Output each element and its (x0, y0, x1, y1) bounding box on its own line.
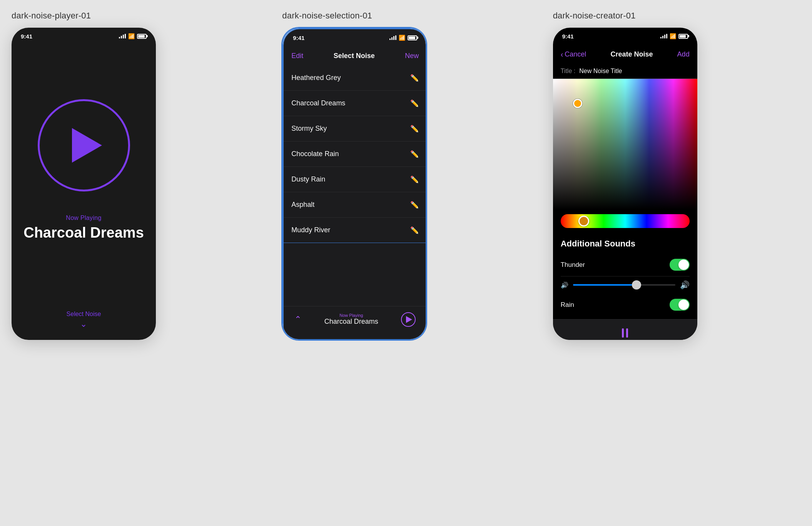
edit-icon[interactable]: ✏️ (410, 99, 419, 108)
bottom-track-title: Charcoal Dreams (324, 318, 378, 326)
bottom-play-icon (406, 316, 412, 323)
list-item[interactable]: Chocolate Rain ✏️ (284, 141, 426, 167)
additional-sounds-title: Additional Sounds (561, 239, 690, 249)
volume-thumb[interactable] (632, 280, 641, 290)
volume-low-icon: 🔊 (561, 281, 568, 289)
list-item[interactable]: Asphalt ✏️ (284, 192, 426, 218)
edit-icon[interactable]: ✏️ (410, 125, 419, 133)
color-picker[interactable] (553, 79, 697, 210)
creator-screen: 9:41 📶 ‹ Ca (553, 28, 697, 340)
player-status-time: 9:41 (21, 33, 32, 40)
battery-icon (678, 34, 688, 39)
creator-status-time: 9:41 (562, 33, 574, 40)
play-button[interactable] (38, 99, 130, 191)
black-gradient (553, 79, 697, 210)
selection-nav: Edit Select Noise New (284, 46, 426, 65)
title-row: Title : New Noise Title (553, 64, 697, 79)
player-content: Now Playing Charcoal Dreams (23, 45, 144, 311)
noise-item-name: Dusty Rain (291, 175, 325, 183)
creator-nav: ‹ Cancel Create Noise Add (553, 45, 697, 64)
cancel-button[interactable]: ‹ Cancel (561, 50, 586, 59)
new-button[interactable]: New (405, 52, 419, 60)
edit-icon[interactable]: ✏️ (410, 175, 419, 184)
battery-icon (137, 34, 147, 39)
thunder-toggle[interactable] (670, 259, 690, 271)
play-icon (72, 128, 102, 163)
add-button[interactable]: Add (677, 50, 690, 58)
player-screen: 9:41 📶 (12, 28, 156, 340)
creator-status-bar: 9:41 📶 (553, 28, 697, 45)
color-picker-handle[interactable] (573, 99, 582, 108)
hue-slider-container (553, 214, 697, 228)
edit-icon[interactable]: ✏️ (410, 150, 419, 158)
now-playing-label: Now Playing (66, 215, 101, 221)
selection-status-time: 9:41 (293, 35, 304, 41)
cancel-label: Cancel (565, 50, 586, 58)
player-status-icons: 📶 (119, 33, 147, 39)
noise-item-name: Asphalt (291, 201, 314, 209)
list-item[interactable]: Stormy Sky ✏️ (284, 116, 426, 141)
volume-slider-row: 🔊 🔊 (561, 276, 690, 293)
selection-status-bar: 9:41 📶 (284, 29, 426, 46)
list-item[interactable]: Dusty Rain ✏️ (284, 167, 426, 192)
hue-slider-thumb[interactable] (578, 216, 589, 226)
signal-icon (119, 34, 126, 38)
pause-button[interactable] (622, 328, 628, 338)
creator-status-icons: 📶 (660, 33, 688, 39)
list-item[interactable]: Heathered Grey ✏️ (284, 65, 426, 91)
player-track-title: Charcoal Dreams (23, 225, 144, 241)
battery-icon (408, 35, 417, 40)
creator-panel-label: dark-noise-creator-01 (553, 11, 636, 21)
noise-item-name: Heathered Grey (291, 74, 341, 82)
wifi-icon: 📶 (670, 33, 676, 39)
creator-panel: dark-noise-creator-01 9:41 📶 (541, 0, 812, 526)
chevron-down-icon: ⌄ (80, 320, 87, 328)
selection-phone-frame: 9:41 📶 Edit Select Noise (282, 28, 426, 340)
player-phone-frame: 9:41 📶 (12, 28, 156, 340)
creator-bottom-bar (553, 319, 697, 340)
select-noise-section[interactable]: Select Noise ⌄ (67, 311, 101, 328)
title-input[interactable]: New Noise Title (579, 68, 689, 75)
rain-toggle-row: Rain (561, 293, 690, 316)
pause-bar-left (622, 328, 624, 338)
creator-nav-title: Create Noise (610, 50, 653, 58)
selection-bottom-bar: ⌃ Now Playing Charcoal Dreams (284, 306, 426, 340)
noise-item-name: Chocolate Rain (291, 150, 339, 158)
bottom-play-button[interactable] (401, 312, 416, 327)
volume-slider[interactable] (573, 284, 675, 286)
creator-phone-frame: 9:41 📶 ‹ Ca (553, 28, 697, 340)
player-status-bar: 9:41 📶 (12, 28, 156, 45)
noise-list: Heathered Grey ✏️ Charcoal Dreams ✏️ Sto… (284, 65, 426, 306)
wifi-icon: 📶 (128, 33, 135, 39)
chevron-up-icon[interactable]: ⌃ (294, 315, 301, 325)
edit-button[interactable]: Edit (291, 52, 303, 60)
selection-panel-label: dark-noise-selection-01 (282, 11, 372, 21)
edit-icon[interactable]: ✏️ (410, 74, 419, 82)
selection-panel: dark-noise-selection-01 9:41 📶 (271, 0, 541, 526)
rain-label: Rain (561, 301, 574, 309)
selection-nav-title: Select Noise (334, 52, 375, 60)
additional-sounds-section: Additional Sounds Thunder 🔊 🔊 (553, 233, 697, 319)
noise-item-name: Muddy River (291, 226, 330, 234)
edit-icon[interactable]: ✏️ (410, 226, 419, 235)
edit-icon[interactable]: ✏️ (410, 201, 419, 209)
rain-toggle[interactable] (670, 299, 690, 311)
list-item[interactable]: Muddy River ✏️ (284, 218, 426, 243)
signal-icon (389, 35, 396, 40)
wifi-icon: 📶 (399, 35, 405, 41)
player-panel: dark-noise-player-01 9:41 📶 (0, 0, 271, 526)
volume-fill (573, 284, 637, 286)
signal-icon (660, 34, 667, 38)
noise-item-name: Stormy Sky (291, 125, 327, 133)
player-panel-label: dark-noise-player-01 (12, 11, 91, 21)
bottom-now-playing: Now Playing Charcoal Dreams (324, 313, 378, 326)
select-noise-label: Select Noise (67, 311, 101, 318)
selection-status-icons: 📶 (389, 35, 417, 41)
list-item[interactable]: Charcoal Dreams ✏️ (284, 91, 426, 116)
thunder-toggle-row: Thunder (561, 253, 690, 276)
bottom-now-playing-label: Now Playing (339, 313, 363, 318)
back-chevron-icon: ‹ (561, 50, 563, 59)
pause-bar-right (626, 328, 628, 338)
toggle-knob (678, 260, 689, 270)
hue-slider[interactable] (561, 214, 690, 228)
